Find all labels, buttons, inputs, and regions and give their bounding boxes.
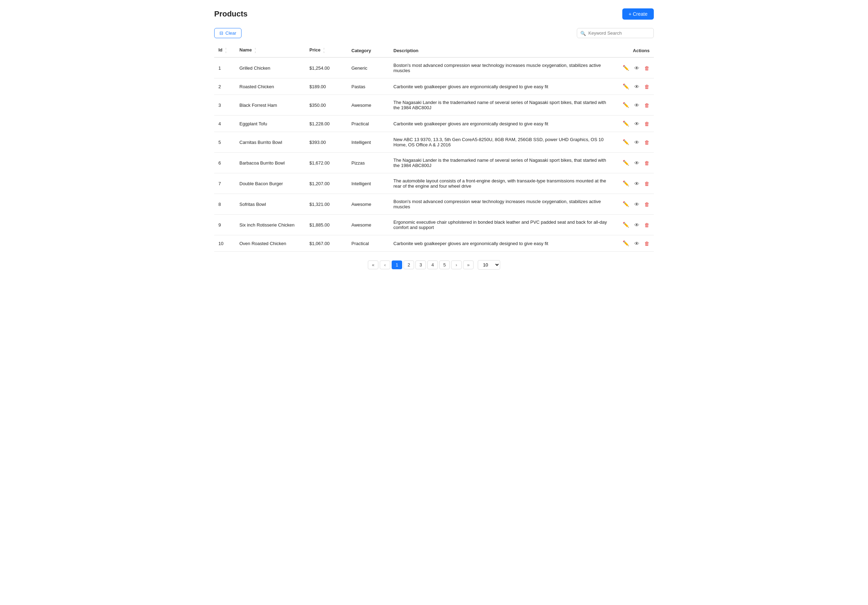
cell-price: $1,254.00 [305, 57, 347, 78]
delete-icon[interactable]: 🗑 [644, 201, 649, 207]
view-icon[interactable]: 👁 [634, 181, 639, 187]
table-row: 7 Double Bacon Burger $1,207.00 Intellig… [214, 173, 654, 194]
cell-actions: ✏️ 👁 🗑 [612, 215, 654, 235]
pagination-last[interactable]: » [463, 261, 474, 269]
cell-category: Awesome [347, 194, 389, 215]
delete-icon[interactable]: 🗑 [644, 222, 649, 228]
col-header-id[interactable]: Id ↑↓ [214, 44, 235, 57]
cell-category: Pizzas [347, 153, 389, 173]
cell-id: 5 [214, 132, 235, 153]
edit-icon[interactable]: ✏️ [623, 139, 629, 145]
cell-name: Six inch Rotisserie Chicken [235, 215, 305, 235]
cell-description: Carbonite web goalkeeper gloves are ergo… [389, 78, 612, 95]
pagination-page-2[interactable]: 2 [403, 261, 414, 269]
col-header-name[interactable]: Name ↑↓ [235, 44, 305, 57]
view-icon[interactable]: 👁 [634, 201, 639, 207]
products-table: Id ↑↓ Name ↑↓ Price ↑↓ Category Descript… [214, 44, 654, 252]
edit-icon[interactable]: ✏️ [623, 222, 629, 228]
table-row: 8 Sofritas Bowl $1,321.00 Awesome Boston… [214, 194, 654, 215]
clear-label: Clear [225, 31, 236, 36]
pagination-page-1[interactable]: 1 [392, 261, 402, 269]
edit-icon[interactable]: ✏️ [623, 160, 629, 166]
view-icon[interactable]: 👁 [634, 140, 639, 145]
delete-icon[interactable]: 🗑 [644, 84, 649, 90]
cell-id: 2 [214, 78, 235, 95]
sort-icon-price: ↑↓ [323, 47, 325, 54]
edit-icon[interactable]: ✏️ [623, 65, 629, 71]
cell-actions: ✏️ 👁 🗑 [612, 78, 654, 95]
pagination-prev[interactable]: ‹ [380, 261, 390, 269]
cell-description: The Nagasaki Lander is the trademarked n… [389, 153, 612, 173]
cell-name: Double Bacon Burger [235, 173, 305, 194]
cell-actions: ✏️ 👁 🗑 [612, 95, 654, 116]
pagination-page-4[interactable]: 4 [427, 261, 438, 269]
cell-description: The automobile layout consists of a fron… [389, 173, 612, 194]
delete-icon[interactable]: 🗑 [644, 65, 649, 71]
pagination-page-5[interactable]: 5 [439, 261, 450, 269]
cell-price: $1,067.00 [305, 235, 347, 252]
view-icon[interactable]: 👁 [634, 121, 639, 127]
table-header-row: Id ↑↓ Name ↑↓ Price ↑↓ Category Descript… [214, 44, 654, 57]
cell-id: 9 [214, 215, 235, 235]
pagination-first[interactable]: « [368, 261, 378, 269]
cell-description: Boston's most advanced compression wear … [389, 194, 612, 215]
cell-id: 10 [214, 235, 235, 252]
edit-icon[interactable]: ✏️ [623, 180, 629, 187]
cell-actions: ✏️ 👁 🗑 [612, 173, 654, 194]
pagination-next[interactable]: › [451, 261, 462, 269]
search-icon: 🔍 [580, 31, 586, 36]
edit-icon[interactable]: ✏️ [623, 121, 629, 127]
view-icon[interactable]: 👁 [634, 222, 639, 228]
cell-category: Practical [347, 235, 389, 252]
pagination: « ‹ 1 2 3 4 5 › » 10 20 50 100 [214, 260, 654, 270]
delete-icon[interactable]: 🗑 [644, 121, 649, 127]
cell-price: $1,207.00 [305, 173, 347, 194]
col-header-actions: Actions [612, 44, 654, 57]
pagination-page-3[interactable]: 3 [415, 261, 426, 269]
delete-icon[interactable]: 🗑 [644, 140, 649, 145]
cell-name: Sofritas Bowl [235, 194, 305, 215]
cell-name: Barbacoa Burrito Bowl [235, 153, 305, 173]
cell-price: $1,885.00 [305, 215, 347, 235]
cell-id: 1 [214, 57, 235, 78]
table-row: 10 Oven Roasted Chicken $1,067.00 Practi… [214, 235, 654, 252]
edit-icon[interactable]: ✏️ [623, 83, 629, 90]
view-icon[interactable]: 👁 [634, 84, 639, 90]
view-icon[interactable]: 👁 [634, 160, 639, 166]
cell-category: Awesome [347, 215, 389, 235]
view-icon[interactable]: 👁 [634, 102, 639, 108]
view-icon[interactable]: 👁 [634, 65, 639, 71]
cell-category: Awesome [347, 95, 389, 116]
search-input-wrap: 🔍 [577, 28, 654, 38]
delete-icon[interactable]: 🗑 [644, 181, 649, 187]
delete-icon[interactable]: 🗑 [644, 240, 649, 247]
col-header-category: Category [347, 44, 389, 57]
edit-icon[interactable]: ✏️ [623, 102, 629, 108]
col-header-price[interactable]: Price ↑↓ [305, 44, 347, 57]
table-row: 6 Barbacoa Burrito Bowl $1,672.00 Pizzas… [214, 153, 654, 173]
cell-actions: ✏️ 👁 🗑 [612, 235, 654, 252]
table-row: 9 Six inch Rotisserie Chicken $1,885.00 … [214, 215, 654, 235]
cell-actions: ✏️ 👁 🗑 [612, 116, 654, 132]
table-row: 2 Roasted Chicken $189.00 Pastas Carboni… [214, 78, 654, 95]
cell-id: 3 [214, 95, 235, 116]
view-icon[interactable]: 👁 [634, 240, 639, 247]
search-input[interactable] [577, 28, 654, 38]
cell-description: The Nagasaki Lander is the trademarked n… [389, 95, 612, 116]
edit-icon[interactable]: ✏️ [623, 240, 629, 247]
create-button[interactable]: + Create [622, 8, 654, 20]
clear-button[interactable]: ⊟ Clear [214, 28, 242, 38]
cell-price: $1,672.00 [305, 153, 347, 173]
sort-icon-id: ↑↓ [225, 47, 227, 54]
cell-price: $1,321.00 [305, 194, 347, 215]
cell-category: Practical [347, 116, 389, 132]
cell-name: Black Forrest Ham [235, 95, 305, 116]
col-header-description: Description [389, 44, 612, 57]
per-page-select[interactable]: 10 20 50 100 [478, 260, 500, 270]
cell-price: $1,228.00 [305, 116, 347, 132]
table-row: 5 Carnitas Burrito Bowl $393.00 Intellig… [214, 132, 654, 153]
cell-category: Generic [347, 57, 389, 78]
delete-icon[interactable]: 🗑 [644, 160, 649, 166]
delete-icon[interactable]: 🗑 [644, 102, 649, 108]
edit-icon[interactable]: ✏️ [623, 201, 629, 207]
